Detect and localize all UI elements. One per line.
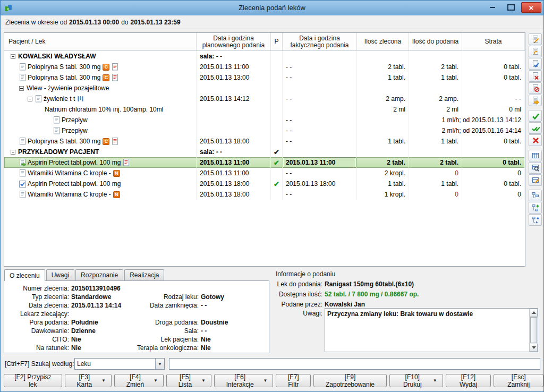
tree-expander-icon[interactable]	[19, 86, 24, 91]
maximize-button[interactable]	[503, 2, 520, 13]
search-by-combo[interactable]: Leku ▼	[74, 358, 165, 370]
grid-search-icon[interactable]	[529, 162, 542, 174]
table-row-2[interactable]: Polopiryna S tabl. 300 mgC2015.01.13 13:…	[4, 72, 525, 83]
search-by-combo-value: Leku	[75, 360, 155, 368]
planned-date-cell: 2015.01.13 11:00	[197, 157, 271, 168]
close-button[interactable]: ×	[521, 2, 541, 13]
table-row-3[interactable]: Wlew - żywienie pozajelitowe	[4, 83, 525, 93]
titlebar[interactable]: Zlecenia podań leków ×	[1, 1, 543, 15]
doc-undo-icon[interactable]	[529, 46, 542, 57]
loss-qty-cell	[462, 147, 525, 157]
f3-karta-button[interactable]: [F3] Karta▼	[65, 374, 112, 387]
table-row-7[interactable]: Przepływ- -2 ml/h; od 2015.01.16 14:14	[4, 125, 525, 136]
note-red-icon	[123, 159, 130, 166]
f9-zapotrzebowanie-button[interactable]: [F9] Zapotrzebowanie	[313, 374, 387, 387]
f4-zmien-button[interactable]: [F4] Zmień▼	[114, 374, 164, 387]
grid-icon[interactable]	[529, 150, 542, 161]
row-label: Witamilki Witamina C krople -	[28, 191, 111, 198]
tree-icon[interactable]	[529, 190, 542, 201]
loss-qty-cell: 0	[462, 168, 525, 178]
notes-box[interactable]: Przyczyna zmiany leku: Brak towaru w dos…	[325, 308, 538, 352]
column-header-faktyczne-podanie[interactable]: Data i godzina faktycznego podania	[283, 33, 357, 50]
table-row-6[interactable]: Przepływ- -1 ml/h; od 2015.01.13 14:12	[4, 115, 525, 125]
grid-edit-icon[interactable]	[529, 174, 542, 186]
table-row-10[interactable]: Aspirin Protect tabl.powl. 100 mg2015.01…	[4, 157, 525, 168]
planned-date-cell: 2015.01.13 18:00	[197, 189, 271, 200]
f10-drukuj-button[interactable]: [F10] Drukuj▼	[389, 374, 443, 387]
doc-delete-icon[interactable]	[529, 70, 542, 82]
order-field-value: Nie	[71, 344, 134, 352]
patient-lek-cell: Polopiryna S tabl. 300 mgC	[4, 62, 197, 72]
to-give-qty-cell: 0	[409, 189, 462, 200]
column-header-pacjent-lek[interactable]: Pacjent / Lek	[4, 33, 197, 50]
table-row-12[interactable]: Aspirin Protect tabl.powl. 100 mg2015.01…	[4, 178, 525, 189]
table-row-9[interactable]: PRZYKŁADOWY PACJENTsala: - -✔	[4, 147, 525, 157]
combo-dropdown-icon[interactable]: ▼	[155, 359, 164, 369]
patient-lek-cell: KOWALSKI WŁADYSŁAW	[4, 51, 197, 62]
column-header-p[interactable]: P	[271, 33, 283, 50]
info-field-value: 52 tabl. / 7 800 mg / 0.86667 op.	[325, 291, 419, 298]
patient-lek-cell: żywienie t t	[4, 93, 197, 104]
search-input[interactable]	[169, 358, 540, 370]
table-row-13[interactable]: Witamilki Witamina C krople -N2015.01.13…	[4, 189, 525, 200]
row-label: Witamilki Witamina C krople -	[28, 169, 111, 177]
tree-expander-icon[interactable]	[28, 97, 32, 101]
doc-export-icon[interactable]	[529, 95, 542, 106]
row-label: Wlew - żywienie pozajelitowe	[27, 84, 109, 92]
order-field-value	[71, 310, 134, 318]
tab-rozpoznanie[interactable]: Rozpoznanie	[75, 269, 123, 280]
column-header-planowane-podanie[interactable]: Data i godzina planowanego podania	[197, 33, 271, 50]
tab-realizacja[interactable]: Realizacja	[124, 269, 164, 280]
iv-drip-icon	[77, 96, 84, 102]
tree-arrows-icon[interactable]	[529, 214, 542, 226]
doc-block-icon[interactable]	[529, 82, 542, 94]
tree-expander-icon[interactable]	[11, 150, 15, 155]
scroll-thumb[interactable]	[530, 317, 537, 343]
f6-interakcje-button[interactable]: [F6] Interakcje▼	[214, 374, 274, 387]
table-row-1[interactable]: Polopiryna S tabl. 300 mgC2015.01.13 11:…	[4, 62, 525, 72]
f5-lista-button[interactable]: [F5] Lista▼	[166, 374, 211, 387]
doc-check-icon[interactable]	[529, 58, 542, 70]
order-field-label: Numer zlecenia:	[6, 284, 71, 293]
actual-date-cell	[283, 147, 357, 157]
notes-scrollbar[interactable]	[529, 309, 538, 352]
planned-date-cell	[197, 104, 271, 115]
info-field-value: Ranigast 150mg 60tabl.(6x10)	[325, 280, 414, 288]
period-separator: do	[121, 19, 128, 26]
column-header-ilosc-zlecona[interactable]: Ilość zlecona	[357, 33, 409, 50]
scroll-up-icon[interactable]	[530, 309, 538, 317]
minimize-button[interactable]	[484, 2, 501, 13]
column-header-ilosc-do-podania[interactable]: Ilość do podania	[409, 33, 462, 50]
order-field-value: Południe	[71, 318, 134, 327]
scroll-down-icon[interactable]	[530, 344, 538, 352]
info-field-value: Kowalski Jan	[325, 301, 365, 308]
table-row-8[interactable]: Polopiryna S tabl. 300 mgC2015.01.13 18:…	[4, 136, 525, 147]
actual-date-cell: - -	[283, 168, 357, 178]
info-field-label: Lek do podania:	[276, 280, 325, 288]
tree-add-icon[interactable]	[529, 202, 542, 214]
flow-rate-cell: 1 ml/h; od 2015.01.13 14:12	[409, 115, 525, 125]
f12-wydaj-button[interactable]: [F12] Wydaj	[446, 374, 491, 387]
esc-zamknij-button[interactable]: [Esc] Zamknij	[494, 374, 543, 387]
patient-lek-cell: Witamilki Witamina C krople -N	[4, 189, 197, 200]
confirm-icon[interactable]	[529, 110, 542, 122]
search-label: [Ctrl+F7] Szukaj według:	[5, 360, 74, 368]
actual-date-cell	[283, 83, 357, 93]
doc-edit-icon[interactable]	[529, 33, 542, 45]
table-row-0[interactable]: KOWALSKI WŁADYSŁAWsala: - -	[4, 51, 525, 62]
table-row-11[interactable]: Witamilki Witamina C krople -N2015.01.13…	[4, 168, 525, 178]
tree-expander-icon[interactable]	[11, 54, 15, 59]
button-label: [F2] Przypisz lek	[10, 373, 56, 388]
f2-przypisz-lek-button[interactable]: [F2] Przypisz lek	[4, 374, 62, 387]
table-row-5[interactable]: Natrium chloratum 10% inj. 100amp. 10ml2…	[4, 104, 525, 115]
tab-uwagi[interactable]: Uwagi	[46, 269, 74, 280]
column-header-strata[interactable]: Strata	[462, 33, 525, 50]
actual-date-cell: - -	[283, 136, 357, 147]
button-label: [F12] Wydaj	[452, 373, 486, 388]
tab-o-zleceniu[interactable]: O zleceniu	[4, 269, 45, 281]
order-field-label: Typ zlecenia:	[6, 293, 71, 301]
cancel-icon[interactable]	[529, 134, 542, 146]
table-row-4[interactable]: żywienie t t2015.01.13 14:12- -2 amp.2 a…	[4, 93, 525, 104]
f7-filtr-button[interactable]: [F7] Filtr	[276, 374, 311, 387]
confirm-all-icon[interactable]	[529, 122, 542, 134]
